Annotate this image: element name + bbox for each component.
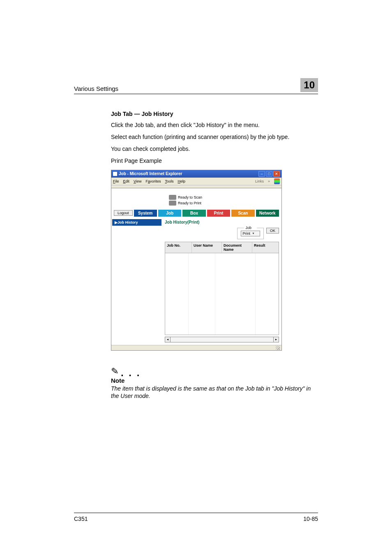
device-status-header: Ready to Scan Ready to Print <box>111 188 281 210</box>
section-title: Job Tab — Job History <box>111 111 318 117</box>
screenshot-figure: Job - Microsoft Internet Explorer – □ ✕ … <box>111 170 318 351</box>
paragraph: Click the Job tab, and then click "Job H… <box>111 121 318 129</box>
tab-box[interactable]: Box <box>182 210 205 217</box>
paragraph: Print Page Example <box>111 157 318 165</box>
close-button[interactable]: ✕ <box>273 171 280 177</box>
ie-logo-icon <box>274 178 280 184</box>
scanner-icon <box>169 195 176 200</box>
menu-file[interactable]: File <box>113 179 119 183</box>
table-body-empty <box>165 253 279 335</box>
col-user-name: User Name <box>192 242 222 253</box>
scroll-right-icon[interactable]: ▸ <box>273 337 279 342</box>
horizontal-scrollbar[interactable]: ◂ ▸ <box>165 337 279 342</box>
panel-title: Job History(Print) <box>165 220 279 224</box>
menu-help[interactable]: Help <box>178 179 185 183</box>
page-footer: C351 10-85 <box>74 513 318 522</box>
menu-bar: File Edit View Favorites Tools Help Link… <box>111 178 281 185</box>
chapter-number: 10 <box>300 78 318 92</box>
page-header: Various Settings 10 <box>74 78 318 94</box>
status-bar <box>111 345 281 350</box>
printer-icon <box>169 201 176 206</box>
job-type-select[interactable]: Print ▼ <box>241 231 260 236</box>
paragraph: Select each function (printing and scann… <box>111 133 318 141</box>
section-name: Various Settings <box>74 85 118 92</box>
status-print: Ready to Print <box>178 201 201 205</box>
chevron-down-icon: ▼ <box>252 232 255 235</box>
status-scan: Ready to Scan <box>178 195 202 199</box>
ie-page-icon <box>113 172 117 176</box>
side-menu: ▶Job History <box>111 218 162 345</box>
tab-system[interactable]: System <box>134 210 157 217</box>
job-type-value: Print <box>243 231 251 236</box>
window-titlebar: Job - Microsoft Internet Explorer – □ ✕ <box>111 170 281 178</box>
resize-grip-icon[interactable] <box>276 346 280 350</box>
tab-scan[interactable]: Scan <box>231 210 254 217</box>
ok-button[interactable]: OK <box>266 228 279 234</box>
paragraph: You can check completed jobs. <box>111 145 318 153</box>
ie-window: Job - Microsoft Internet Explorer – □ ✕ … <box>111 170 282 351</box>
scroll-track[interactable] <box>171 337 273 342</box>
tab-job[interactable]: Job <box>158 210 181 217</box>
links-label[interactable]: Links <box>255 179 264 183</box>
scroll-left-icon[interactable]: ◂ <box>165 337 171 342</box>
menu-favorites[interactable]: Favorites <box>145 179 161 183</box>
tab-network[interactable]: Network <box>256 210 279 217</box>
footer-page: 10-85 <box>303 516 318 522</box>
window-title: Job - Microsoft Internet Explorer <box>119 171 258 176</box>
maximize-button[interactable]: □ <box>266 171 272 177</box>
job-type-group: Job Type Print ▼ <box>237 228 264 239</box>
tab-print[interactable]: Print <box>207 210 230 217</box>
col-document-name: Document Name <box>222 242 252 253</box>
sidebar-item-job-history[interactable]: ▶Job History <box>112 219 161 226</box>
menu-edit[interactable]: Edit <box>123 179 130 183</box>
toolbar-area <box>111 185 281 188</box>
menu-tools[interactable]: Tools <box>165 179 173 183</box>
col-result: Result <box>252 242 279 253</box>
footer-model: C351 <box>74 516 88 522</box>
menu-view[interactable]: View <box>134 179 141 183</box>
note-label: Note <box>111 377 318 384</box>
note-icon: ✎ <box>111 365 119 377</box>
job-history-table: Job No. User Name Document Name Result <box>165 242 279 335</box>
col-job-no: Job No. <box>165 242 192 253</box>
logout-button[interactable]: Logout <box>114 210 133 216</box>
ellipsis-icon: . . . <box>121 367 141 379</box>
note-text: The item that is displayed is the same a… <box>111 385 318 400</box>
minimize-button[interactable]: – <box>258 171 265 177</box>
